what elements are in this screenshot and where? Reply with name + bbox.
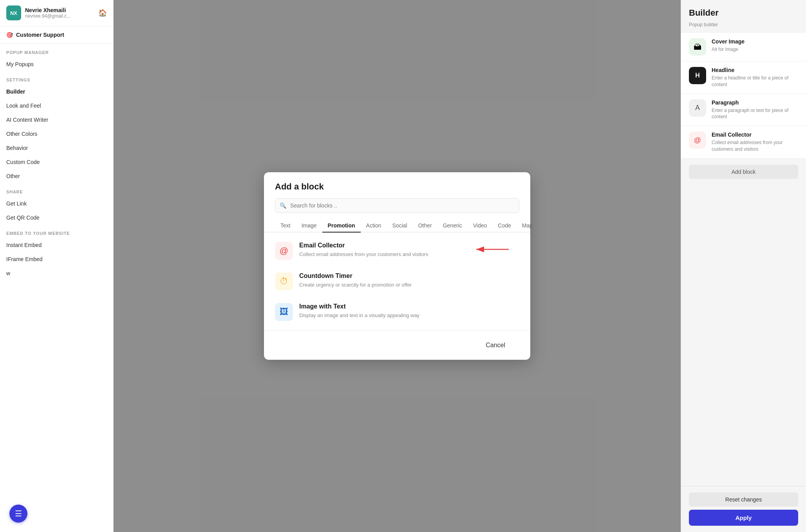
cover-image-info: Cover Image Alt for Image bbox=[712, 38, 745, 53]
cover-image-title: Cover Image bbox=[712, 38, 745, 45]
email-collector-right-title: Email Collector bbox=[712, 132, 798, 138]
right-panel-title: Builder bbox=[681, 0, 806, 22]
sidebar-item-get-qr-code[interactable]: Get QR Code bbox=[0, 211, 113, 225]
email-collector-name: Email Collector bbox=[299, 242, 428, 249]
sidebar-item-w[interactable]: w bbox=[0, 266, 113, 280]
sidebar-item-look-and-feel-label: Look and Feel bbox=[6, 103, 41, 109]
countdown-timer-name: Countdown Timer bbox=[299, 272, 412, 280]
reset-changes-button[interactable]: Reset changes bbox=[689, 492, 798, 507]
modal-search-container: 🔍 bbox=[275, 198, 519, 213]
user-name: Nevrie Xhemaili bbox=[25, 7, 94, 13]
block-item-email-collector[interactable]: @ Email Collector Collect email addresse… bbox=[681, 126, 806, 159]
tab-code[interactable]: Code bbox=[492, 219, 516, 233]
countdown-timer-info: Countdown Timer Create urgency or scarci… bbox=[299, 272, 412, 289]
sidebar-item-look-and-feel[interactable]: Look and Feel bbox=[0, 99, 113, 113]
cancel-button[interactable]: Cancel bbox=[472, 337, 519, 353]
main-content: Get more tips Join our mailing list. ✕ B… bbox=[114, 0, 806, 532]
email-collector-right-desc: Collect email addresses from your custom… bbox=[712, 139, 798, 153]
tab-map[interactable]: Map bbox=[517, 219, 538, 233]
image-with-text-info: Image with Text Display an image and tex… bbox=[299, 303, 419, 319]
share-label: SHARE bbox=[0, 183, 113, 197]
modal-footer: Cancel bbox=[264, 330, 530, 360]
sidebar-item-instant-embed-label: Instant Embed bbox=[6, 242, 42, 248]
email-collector-desc: Collect email addresses from your custom… bbox=[299, 251, 428, 258]
cover-image-icon: 🏔 bbox=[689, 38, 706, 56]
image-with-text-desc: Display an image and text in a visually … bbox=[299, 312, 419, 319]
tab-other[interactable]: Other bbox=[413, 219, 437, 233]
customer-support-icon: 🎯 bbox=[6, 32, 13, 38]
home-icon[interactable]: 🏠 bbox=[98, 9, 107, 17]
sidebar-item-other-colors-label: Other Colors bbox=[6, 131, 37, 137]
paragraph-icon: A bbox=[689, 99, 706, 117]
tab-social[interactable]: Social bbox=[387, 219, 413, 233]
sidebar-item-w-label: w bbox=[6, 270, 10, 276]
chat-fab[interactable]: ☰ bbox=[9, 505, 27, 523]
arrow-annotation bbox=[468, 243, 515, 257]
tab-video[interactable]: Video bbox=[468, 219, 493, 233]
right-panel-footer: Reset changes Apply bbox=[681, 486, 806, 532]
modal-tabs: Text Image Promotion Action Social Other… bbox=[264, 219, 530, 233]
sidebar-item-other[interactable]: Other bbox=[0, 169, 113, 183]
preview-area: Get more tips Join our mailing list. ✕ B… bbox=[114, 0, 681, 532]
customer-support-label: Customer Support bbox=[16, 32, 64, 38]
sidebar-item-behavior-label: Behavior bbox=[6, 145, 28, 151]
add-block-button[interactable]: Add block bbox=[689, 165, 798, 179]
email-collector-right-icon: @ bbox=[689, 132, 706, 149]
search-icon: 🔍 bbox=[280, 202, 286, 209]
popup-builder-label: Popup builder bbox=[681, 22, 806, 33]
modal-block-email-collector[interactable]: @ Email Collector Collect email addresse… bbox=[264, 236, 530, 266]
popup-manager-label: POPUP MANAGER bbox=[0, 44, 113, 57]
headline-info: Headline Enter a headline or title for a… bbox=[712, 67, 798, 88]
tab-generic[interactable]: Generic bbox=[437, 219, 468, 233]
sidebar-item-builder[interactable]: Builder bbox=[0, 85, 113, 99]
add-block-section: Add block bbox=[681, 159, 806, 185]
sidebar-item-ai-content-writer[interactable]: AI Content Writer bbox=[0, 113, 113, 127]
paragraph-info: Paragraph Enter a paragraph or text for … bbox=[712, 99, 798, 121]
sidebar-item-custom-code-label: Custom Code bbox=[6, 159, 40, 165]
avatar: NX bbox=[6, 5, 21, 20]
sidebar: NX Nevrie Xhemaili nevriee.94@gmail.c...… bbox=[0, 0, 114, 532]
modal-block-image-with-text[interactable]: 🖼 Image with Text Display an image and t… bbox=[264, 297, 530, 327]
email-collector-info: Email Collector Collect email addresses … bbox=[299, 242, 428, 258]
sidebar-item-other-colors[interactable]: Other Colors bbox=[0, 127, 113, 141]
block-item-cover-image[interactable]: 🏔 Cover Image Alt for Image bbox=[681, 33, 806, 61]
headline-desc: Enter a headline or title for a piece of… bbox=[712, 75, 798, 88]
modal-body: @ Email Collector Collect email addresse… bbox=[264, 233, 530, 330]
block-item-paragraph[interactable]: A Paragraph Enter a paragraph or text fo… bbox=[681, 94, 806, 126]
embed-label: EMBED TO YOUR WEBSITE bbox=[0, 225, 113, 238]
apply-button[interactable]: Apply bbox=[689, 510, 798, 526]
modal-overlay: Add a block 🔍 Text Image Promotion Actio… bbox=[114, 0, 681, 532]
cover-image-desc: Alt for Image bbox=[712, 46, 745, 53]
sidebar-item-get-qr-code-label: Get QR Code bbox=[6, 215, 40, 221]
tab-image[interactable]: Image bbox=[296, 219, 322, 233]
settings-label: SETTINGS bbox=[0, 71, 113, 85]
sidebar-item-builder-label: Builder bbox=[6, 88, 25, 95]
right-panel: Builder Popup builder 🏔 Cover Image Alt … bbox=[681, 0, 806, 532]
countdown-timer-icon: ⏱ bbox=[275, 272, 293, 290]
sidebar-item-instant-embed[interactable]: Instant Embed bbox=[0, 238, 113, 252]
search-input[interactable] bbox=[275, 198, 519, 213]
tab-action[interactable]: Action bbox=[361, 219, 387, 233]
modal-block-countdown-timer[interactable]: ⏱ Countdown Timer Create urgency or scar… bbox=[264, 266, 530, 297]
sidebar-item-behavior[interactable]: Behavior bbox=[0, 141, 113, 155]
paragraph-desc: Enter a paragraph or text for piece of c… bbox=[712, 107, 798, 121]
customer-support-item[interactable]: 🎯 Customer Support bbox=[0, 26, 113, 44]
sidebar-item-other-label: Other bbox=[6, 173, 20, 179]
sidebar-item-iframe-embed[interactable]: IFrame Embed bbox=[0, 252, 113, 266]
image-with-text-icon: 🖼 bbox=[275, 303, 293, 321]
paragraph-title: Paragraph bbox=[712, 99, 798, 106]
sidebar-item-ai-content-writer-label: AI Content Writer bbox=[6, 117, 48, 123]
modal-title: Add a block bbox=[275, 182, 519, 192]
sidebar-item-custom-code[interactable]: Custom Code bbox=[0, 155, 113, 169]
block-item-headline[interactable]: H Headline Enter a headline or title for… bbox=[681, 61, 806, 94]
sidebar-item-my-popups[interactable]: My Popups bbox=[0, 57, 113, 71]
sidebar-item-get-link[interactable]: Get Link bbox=[0, 197, 113, 211]
add-block-modal: Add a block 🔍 Text Image Promotion Actio… bbox=[264, 172, 530, 360]
headline-title: Headline bbox=[712, 67, 798, 73]
tab-text[interactable]: Text bbox=[275, 219, 296, 233]
sidebar-header: NX Nevrie Xhemaili nevriee.94@gmail.c...… bbox=[0, 0, 113, 26]
image-with-text-name: Image with Text bbox=[299, 303, 419, 310]
tab-promotion[interactable]: Promotion bbox=[322, 219, 361, 233]
modal-header: Add a block bbox=[264, 172, 530, 198]
sidebar-item-my-popups-label: My Popups bbox=[6, 61, 34, 67]
